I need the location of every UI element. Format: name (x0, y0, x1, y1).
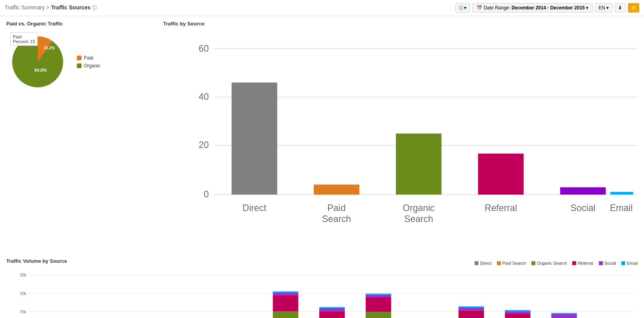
vol-dot-referral (572, 261, 576, 265)
legend-paid: Paid (77, 55, 100, 61)
vol-dot-organic (531, 261, 535, 265)
bar-social-10 (505, 311, 530, 314)
breadcrumb-sep: > (45, 4, 51, 11)
organic-dot (77, 63, 82, 68)
bar-email-5 (273, 292, 298, 293)
bar-social (560, 187, 606, 195)
bar-email-6 (319, 307, 345, 309)
language-button[interactable]: EN ▾ (595, 3, 612, 13)
label-paid-search-1: Paid (327, 203, 346, 213)
download-button[interactable]: ⬇ (615, 3, 626, 13)
bar-email (610, 192, 633, 195)
y-35k: 35k (20, 273, 27, 278)
bar-organic-7 (366, 312, 391, 318)
lang-label: EN (599, 5, 605, 11)
vol-dot-direct (475, 261, 478, 265)
vol-legend-referral: Referral (572, 261, 593, 266)
breadcrumb: Traffic Summary > Traffic Sources ⓘ (5, 4, 97, 11)
vol-legend-organic: Organic Search (531, 261, 567, 266)
vol-dot-email (621, 261, 625, 265)
label-direct: Direct (242, 203, 266, 213)
top-bar: Traffic Summary > Traffic Sources ⓘ ⬡ ▾ … (0, 0, 644, 16)
stacked-bars-group (41, 292, 623, 318)
bar-paid-search (314, 184, 359, 195)
y-label-0: 0 (204, 189, 209, 199)
organic-pct-label: 84.8% (35, 68, 47, 72)
info-icon: ⓘ (92, 5, 97, 11)
bar-social-7 (366, 295, 391, 298)
date-dropdown-arrow: ▾ (586, 5, 588, 11)
bar-email-10 (505, 310, 530, 311)
date-range-label: Date Range: (484, 5, 510, 11)
bar-referral-9 (458, 311, 484, 318)
stacked-bar-svg: 35k 30k 25k 20k 15k 10k 5k 0k Dec '14Jan… (6, 271, 638, 318)
dropdown-arrow-icon: ▾ (464, 5, 466, 11)
lang-arrow-icon: ▾ (606, 5, 609, 11)
paid-pct-label: 15.2% (44, 46, 55, 50)
bar-social-11 (551, 314, 577, 318)
label-social: Social (571, 203, 595, 213)
vol-label-referral: Referral (578, 261, 593, 266)
cube-icon: ⬡ (459, 5, 463, 11)
vol-dot-paid (497, 261, 501, 265)
y-label-60: 60 (198, 43, 209, 54)
date-range-value: December 2014 - December 2015 (511, 5, 585, 11)
y-label-40: 40 (198, 92, 209, 102)
traffic-source-section: Traffic by Source 60 40 20 0 Direc (163, 21, 638, 250)
volume-header: Traffic Volume by Source Direct Paid Sea… (6, 258, 638, 268)
bar-referral-7 (366, 297, 391, 312)
legend-organic: Organic (77, 63, 100, 69)
vol-label-social: Social (604, 261, 616, 266)
y-label-20: 20 (198, 140, 209, 150)
vol-legend-social: Social (599, 261, 616, 266)
vol-label-email: Email (627, 261, 638, 266)
paid-dot (77, 56, 82, 60)
label-email: Email (610, 203, 633, 213)
pie-area: Paid Percent: 15 84.8% 15 (6, 31, 155, 93)
vol-dot-social (599, 261, 603, 265)
vol-label-direct: Direct (480, 261, 491, 266)
pie-container: Paid Percent: 15 84.8% 15 (6, 31, 69, 93)
pie-chart-svg: 84.8% 15.2% (6, 31, 69, 93)
breadcrumb-main[interactable]: Traffic Summary (5, 4, 45, 11)
y-30k: 30k (20, 292, 27, 296)
pie-legend: Paid Organic (77, 55, 100, 69)
top-controls: ⬡ ▾ 📅 Date Range: December 2014 - Decemb… (455, 3, 639, 13)
bar-organic-search (396, 134, 441, 195)
bar-chart-small: 60 40 20 0 Direct Paid Search Organic Se (163, 31, 638, 250)
paid-organic-section: Paid vs. Organic Traffic Paid Percent: 1… (6, 21, 155, 250)
bar-referral-6 (319, 311, 345, 318)
vol-label-organic: Organic Search (537, 261, 567, 266)
download-icon: ⬇ (618, 5, 622, 11)
calendar-icon: 📅 (477, 5, 482, 11)
bar-referral-5 (273, 295, 298, 312)
bar-email-9 (458, 307, 484, 308)
volume-title: Traffic Volume by Source (6, 258, 67, 264)
main-content: Paid vs. Organic Traffic Paid Percent: 1… (0, 16, 644, 318)
volume-section: Traffic Volume by Source Direct Paid Sea… (6, 258, 638, 318)
bar-organic-5 (273, 312, 298, 318)
stacked-chart-container: 35k 30k 25k 20k 15k 10k 5k 0k Dec '14Jan… (6, 271, 638, 318)
label-paid-search-2: Search (322, 214, 351, 224)
bar-email-7 (366, 294, 391, 295)
traffic-source-title: Traffic by Source (163, 21, 638, 27)
label-organic-1: Organic (403, 203, 435, 213)
label-referral: Referral (485, 203, 517, 213)
settings-button[interactable]: ⚙ (628, 3, 639, 13)
vol-legend-paid: Paid Search (497, 261, 526, 266)
bar-referral (478, 154, 524, 195)
settings-icon: ⚙ (631, 5, 636, 11)
paid-legend-label: Paid (84, 55, 93, 61)
bar-referral-10 (505, 314, 530, 318)
view-toggle-button[interactable]: ⬡ ▾ (455, 3, 470, 13)
bar-social-9 (458, 308, 484, 311)
label-organic-2: Search (404, 214, 433, 224)
vol-label-paid: Paid Search (502, 261, 526, 266)
bar-direct (232, 83, 277, 195)
bar-email-11 (551, 313, 577, 314)
paid-organic-title: Paid vs. Organic Traffic (6, 21, 155, 27)
volume-legend: Direct Paid Search Organic Search Referr… (475, 261, 638, 266)
organic-legend-label: Organic (84, 63, 100, 69)
date-range-button[interactable]: 📅 Date Range: December 2014 - December 2… (472, 3, 593, 13)
traffic-source-svg: 60 40 20 0 Direct Paid Search Organic Se (163, 31, 638, 249)
